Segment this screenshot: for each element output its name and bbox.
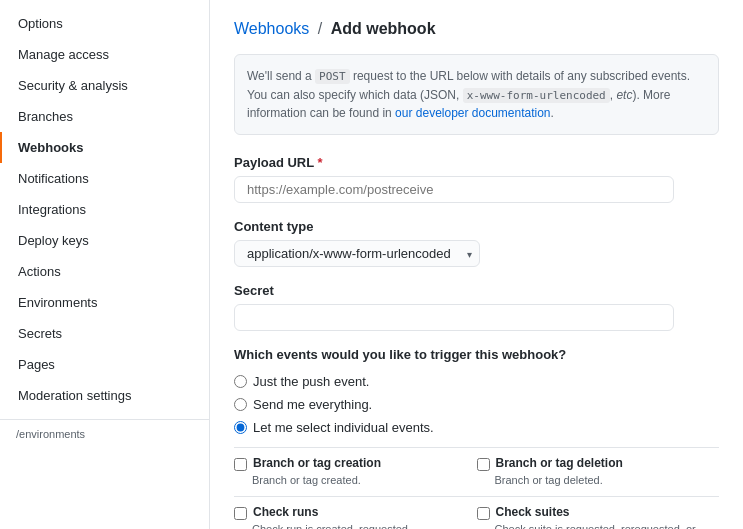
payload-url-label: Payload URL * [234, 155, 719, 170]
event-checkbox-2[interactable] [234, 507, 247, 520]
events-question: Which events would you like to trigger t… [234, 347, 719, 362]
sidebar-bottom-label: /environments [0, 419, 209, 448]
sidebar-item-options[interactable]: Options [0, 8, 209, 39]
event-item: Check suitesCheck suite is requested, re… [477, 496, 720, 529]
sidebar-item-branches[interactable]: Branches [0, 101, 209, 132]
radio-individual: Let me select individual events. [234, 420, 719, 435]
sidebar-item-pages[interactable]: Pages [0, 349, 209, 380]
radio-individual-label[interactable]: Let me select individual events. [253, 420, 434, 435]
sidebar-item-deploy-keys[interactable]: Deploy keys [0, 225, 209, 256]
event-name-3: Check suites [496, 505, 570, 519]
developer-docs-link[interactable]: our developer documentation [395, 106, 550, 120]
event-checkbox-3[interactable] [477, 507, 490, 520]
post-code: POST [315, 69, 350, 84]
payload-url-input[interactable] [234, 176, 674, 203]
breadcrumb-separator: / [318, 20, 327, 37]
radio-everything-label[interactable]: Send me everything. [253, 397, 372, 412]
event-item: Check runsCheck run is created, requeste… [234, 496, 477, 529]
secret-label: Secret [234, 283, 719, 298]
secret-group: Secret [234, 283, 719, 331]
sidebar-item-webhooks[interactable]: Webhooks [0, 132, 209, 163]
event-checkbox-0[interactable] [234, 458, 247, 471]
event-desc-0: Branch or tag created. [234, 473, 461, 488]
event-name-2: Check runs [253, 505, 318, 519]
radio-push: Just the push event. [234, 374, 719, 389]
sidebar-item-integrations[interactable]: Integrations [0, 194, 209, 225]
event-desc-1: Branch or tag deleted. [477, 473, 712, 488]
content-type-select-wrap: application/x-www-form-urlencoded applic… [234, 240, 480, 267]
payload-url-group: Payload URL * [234, 155, 719, 203]
sidebar: OptionsManage accessSecurity & analysisB… [0, 0, 210, 529]
radio-everything: Send me everything. [234, 397, 719, 412]
event-name-1: Branch or tag deletion [496, 456, 623, 470]
event-checkbox-1[interactable] [477, 458, 490, 471]
radio-push-label[interactable]: Just the push event. [253, 374, 369, 389]
sidebar-item-manage-access[interactable]: Manage access [0, 39, 209, 70]
content-type-group: Content type application/x-www-form-urle… [234, 219, 719, 267]
breadcrumb-current: Add webhook [331, 20, 436, 37]
sidebar-item-environments[interactable]: Environments [0, 287, 209, 318]
sidebar-item-security[interactable]: Security & analysis [0, 70, 209, 101]
event-item: Branch or tag deletionBranch or tag dele… [477, 447, 720, 496]
event-name-0: Branch or tag creation [253, 456, 381, 470]
breadcrumb-parent[interactable]: Webhooks [234, 20, 309, 37]
sidebar-item-secrets[interactable]: Secrets [0, 318, 209, 349]
events-grid: Branch or tag creationBranch or tag crea… [234, 447, 719, 529]
encoding-code: x-www-form-urlencoded [463, 88, 610, 103]
content-type-label: Content type [234, 219, 719, 234]
info-box: We'll send a POST request to the URL bel… [234, 54, 719, 135]
radio-everything-input[interactable] [234, 398, 247, 411]
sidebar-item-notifications[interactable]: Notifications [0, 163, 209, 194]
event-item: Branch or tag creationBranch or tag crea… [234, 447, 477, 496]
breadcrumb: Webhooks / Add webhook [234, 20, 719, 38]
sidebar-item-moderation[interactable]: Moderation settings [0, 380, 209, 411]
events-group: Which events would you like to trigger t… [234, 347, 719, 529]
sidebar-item-actions[interactable]: Actions [0, 256, 209, 287]
required-marker: * [318, 155, 323, 170]
radio-individual-input[interactable] [234, 421, 247, 434]
content-type-select[interactable]: application/x-www-form-urlencoded applic… [234, 240, 480, 267]
event-desc-3: Check suite is requested, rerequested, o… [477, 522, 712, 529]
radio-push-input[interactable] [234, 375, 247, 388]
secret-input[interactable] [234, 304, 674, 331]
event-desc-2: Check run is created, requested, rereque… [234, 522, 461, 529]
main-content: Webhooks / Add webhook We'll send a POST… [210, 0, 743, 529]
